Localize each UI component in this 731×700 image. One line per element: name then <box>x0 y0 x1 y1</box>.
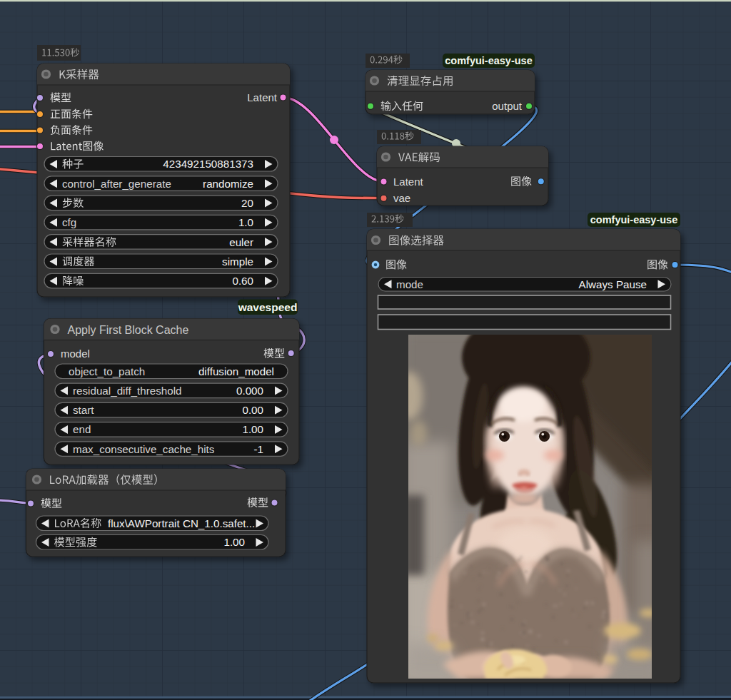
svg-text:comfyui-easy-use: comfyui-easy-use <box>590 214 678 225</box>
svg-text:randomize: randomize <box>203 178 253 190</box>
svg-text:comfyui-easy-use: comfyui-easy-use <box>445 55 533 66</box>
svg-text:cfg: cfg <box>62 216 76 228</box>
svg-text:Latent: Latent <box>247 91 278 103</box>
svg-text:residual_diff_threshold: residual_diff_threshold <box>73 385 182 397</box>
svg-text:object_to_patch: object_to_patch <box>69 365 145 377</box>
svg-text:output: output <box>492 100 523 112</box>
svg-text:0.00: 0.00 <box>242 404 263 416</box>
svg-text:Latent: Latent <box>393 176 424 188</box>
svg-text:1.00: 1.00 <box>223 536 245 548</box>
svg-text:20: 20 <box>241 197 253 209</box>
svg-text:0.60: 0.60 <box>232 275 253 287</box>
svg-text:1.0: 1.0 <box>238 216 253 228</box>
svg-text:mode: mode <box>396 278 423 290</box>
svg-text:Apply First Block Cache: Apply First Block Cache <box>68 324 189 336</box>
svg-text:423492150881373: 423492150881373 <box>163 158 253 170</box>
svg-text:vae: vae <box>393 192 410 204</box>
svg-text:simple: simple <box>222 255 253 268</box>
svg-text:Always Pause: Always Pause <box>579 278 647 290</box>
svg-text:euler: euler <box>229 236 253 248</box>
svg-text:diffusion_model: diffusion_model <box>198 365 274 377</box>
svg-text:-1: -1 <box>253 443 263 455</box>
svg-text:model: model <box>61 348 90 360</box>
svg-text:max_consecutive_cache_hits: max_consecutive_cache_hits <box>73 443 215 455</box>
svg-text:wavespeed: wavespeed <box>238 301 298 313</box>
svg-text:end: end <box>73 423 91 435</box>
svg-text:start: start <box>73 404 94 416</box>
svg-text:0.000: 0.000 <box>236 385 263 397</box>
svg-text:control_after_generate: control_after_generate <box>62 178 171 190</box>
svg-text:1.00: 1.00 <box>242 423 263 435</box>
svg-text:flux\AWPortrait CN_1.0.safet..: flux\AWPortrait CN_1.0.safet... <box>108 517 255 529</box>
